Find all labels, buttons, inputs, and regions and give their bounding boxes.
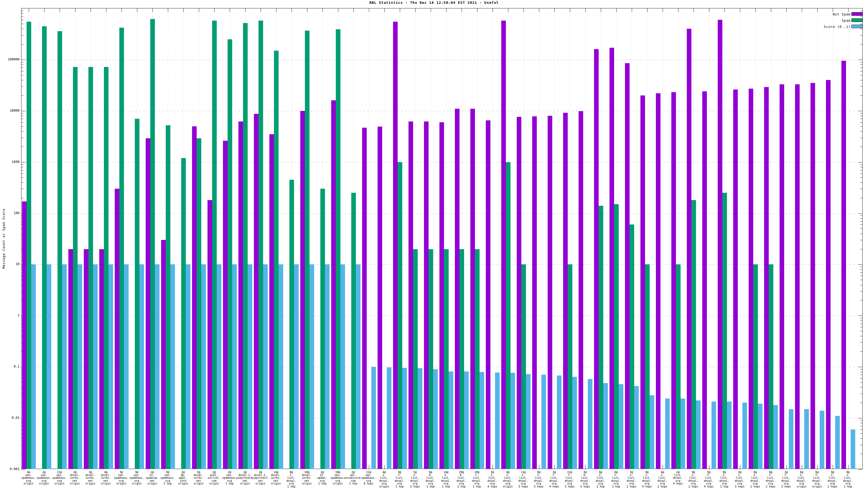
y-minor-tick [860, 336, 862, 336]
y-minor-tick [22, 173, 23, 174]
x-bottom-tick [848, 465, 848, 469]
y-minor-tick [860, 71, 862, 71]
y-minor-tick [22, 16, 23, 17]
bar-spam [769, 264, 773, 469]
x-top-tick [709, 8, 709, 12]
bar-not-spam [718, 20, 722, 469]
y-minor-tick [22, 71, 23, 71]
bar-score [124, 264, 129, 469]
x-top-tick [276, 8, 276, 12]
bar-score [665, 398, 670, 469]
y-minor-tick [22, 138, 23, 138]
bar-not-spam [223, 141, 227, 469]
x-top-tick [570, 8, 570, 12]
bar-not-spam [749, 89, 753, 469]
y-minor-tick [860, 280, 862, 280]
bar-score [62, 264, 67, 469]
y-minor-tick [22, 95, 23, 96]
x-top-tick [585, 8, 586, 12]
y-minor-tick [860, 324, 862, 324]
y-minor-tick [22, 116, 23, 116]
bar-score [140, 264, 144, 469]
bar-score [850, 429, 855, 469]
bar-spam [398, 162, 402, 469]
bar-score [201, 264, 206, 469]
y-minor-tick [860, 167, 862, 167]
y-minor-tick [860, 164, 862, 165]
y-minor-tick [860, 402, 862, 403]
bar-score [340, 264, 345, 469]
chart-title: RBL Statistics - Thu Dec 16 12:58:04 EST… [0, 1, 868, 5]
bar-spam [212, 21, 217, 469]
y-major-tick [859, 264, 862, 265]
bar-score [557, 376, 561, 469]
bar-not-spam [208, 200, 212, 469]
bar-not-spam [393, 22, 398, 469]
bar-score [155, 264, 159, 469]
bar-not-spam [22, 201, 27, 469]
bar-spam [258, 21, 263, 469]
y-major-tick [22, 60, 25, 60]
x-top-tick [199, 8, 199, 12]
y-minor-tick [860, 269, 862, 270]
y-minor-tick [860, 272, 862, 273]
bar-score [712, 401, 716, 469]
bar-not-spam [671, 92, 676, 469]
x-bottom-tick [585, 465, 586, 469]
y-minor-tick [22, 177, 23, 178]
y-minor-tick [860, 300, 862, 300]
bar-spam [351, 193, 356, 469]
bar-score [526, 374, 531, 469]
x-top-tick [755, 8, 756, 12]
y-minor-tick [860, 11, 862, 11]
x-top-tick [44, 8, 44, 12]
x-gridline [709, 8, 709, 469]
bar-score [588, 379, 592, 469]
y-minor-tick [860, 372, 862, 372]
x-top-tick [75, 8, 75, 12]
y-minor-tick [860, 267, 862, 267]
y-minor-tick [860, 343, 862, 343]
x-top-tick [106, 8, 106, 12]
x-top-tick [724, 8, 725, 12]
y-minor-tick [860, 126, 862, 127]
y-minor-tick [860, 351, 862, 352]
bar-score [78, 264, 82, 469]
x-top-tick [554, 8, 555, 12]
x-bottom-tick [833, 465, 833, 469]
bar-spam [691, 200, 696, 469]
bar-score [170, 264, 175, 469]
bar-score [773, 405, 778, 469]
bar-not-spam [300, 111, 305, 469]
bar-not-spam [687, 29, 691, 469]
bar-not-spam [764, 87, 769, 469]
x-bottom-tick [493, 465, 493, 469]
bar-not-spam [439, 122, 444, 469]
y-minor-tick [860, 67, 862, 68]
bar-score [464, 371, 469, 469]
bar-not-spam [192, 126, 197, 469]
x-bottom-tick [369, 465, 369, 469]
y-tick-label: 0.1 [0, 365, 20, 368]
y-major-tick [22, 162, 25, 162]
bar-not-spam [625, 63, 629, 469]
plot-area [21, 8, 863, 469]
x-top-tick [508, 8, 508, 12]
y-minor-tick [22, 67, 23, 68]
x-top-tick [245, 8, 246, 12]
y-minor-tick [860, 378, 862, 379]
y-tick-label: 0.001 [0, 467, 20, 471]
bar-not-spam [68, 249, 73, 469]
bar-score [248, 264, 252, 469]
bar-spam [429, 249, 433, 469]
y-minor-tick [860, 218, 862, 219]
x-top-tick [616, 8, 617, 12]
x-top-tick [462, 8, 462, 12]
x-top-tick [632, 8, 632, 12]
bar-not-spam [99, 249, 104, 469]
bar-score [263, 264, 268, 469]
bar-score [696, 400, 701, 469]
bar-spam [475, 249, 479, 469]
bar-score [448, 371, 453, 469]
x-group-label: 9@ 1. list. dnswl. org 1 hop [832, 471, 864, 488]
